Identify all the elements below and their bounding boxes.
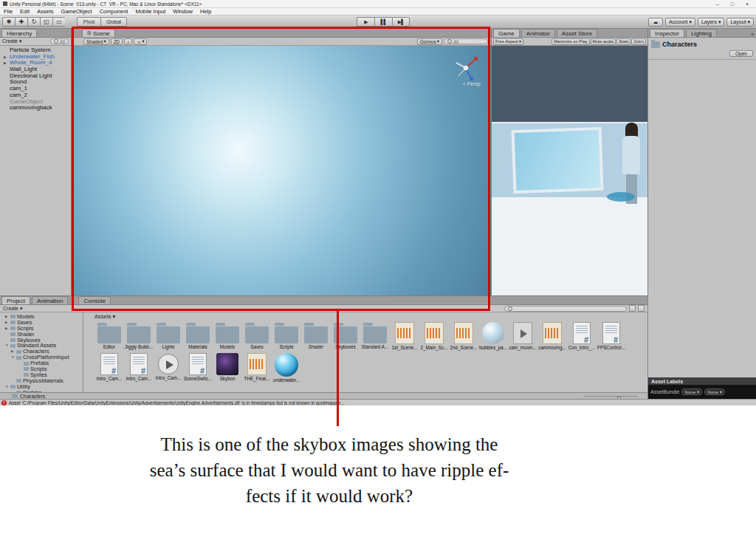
asset-item[interactable]: FPSControl... [597, 321, 626, 351]
expander-arrow-icon[interactable]: ▶ [4, 54, 8, 61]
game-toggle-button[interactable]: Gizm [631, 38, 646, 45]
expander-arrow-icon[interactable]: ▶ [11, 349, 15, 355]
game-toggle-button[interactable]: Maximize on Play [551, 38, 589, 45]
menu-item[interactable]: Mobile Input [131, 8, 169, 15]
rotate-tool-icon[interactable]: ↻ [27, 17, 40, 27]
asset-item[interactable]: Materials [183, 321, 213, 351]
menu-item[interactable]: Help [196, 8, 215, 15]
asset-item[interactable]: Skyboxes [331, 321, 360, 351]
tab-lighting[interactable]: Lighting [686, 29, 717, 37]
step-button[interactable]: ▶▌ [392, 17, 410, 27]
game-toggle-button[interactable]: Stats [616, 38, 630, 45]
asset-item[interactable]: 2_Main_Sc... [419, 321, 449, 351]
scene-orientation-gizmo[interactable] [451, 53, 481, 83]
search-by-type-icon[interactable] [638, 305, 645, 312]
thumbnail-zoom-slider[interactable] [584, 396, 637, 397]
menu-item[interactable]: GameObject [58, 8, 96, 15]
asset-item[interactable]: SceneSwitc... [183, 352, 213, 383]
hierarchy-item[interactable]: cammovingback [0, 105, 71, 112]
assetbundle-variant-dropdown[interactable]: None▾ [704, 388, 725, 395]
assets-root-header[interactable]: Assets ▾ [84, 312, 647, 320]
shading-mode-dropdown[interactable]: Shaded▾ [83, 38, 109, 45]
tree-item[interactable]: PhysicsMaterials [0, 378, 83, 384]
search-by-label-icon[interactable] [629, 305, 636, 312]
asset-item[interactable]: Intro_Cam... [154, 352, 183, 383]
tree-item[interactable]: ▶ Models [0, 314, 83, 320]
tab-project[interactable]: Project [1, 296, 30, 304]
layout-dropdown[interactable]: Layout ▾ [726, 18, 754, 27]
asset-item[interactable]: cam_movin... [508, 321, 537, 351]
tab-hierarchy[interactable]: Hierarchy [1, 29, 37, 37]
tab-asset-store[interactable]: Asset Store [557, 29, 597, 37]
asset-item[interactable]: THE_Final... [242, 352, 272, 383]
minimize-button[interactable]: – [716, 1, 719, 7]
layers-dropdown[interactable]: Layers ▾ [698, 18, 725, 27]
asset-item[interactable]: Lights [154, 321, 183, 351]
asset-item[interactable]: Saves [242, 321, 272, 351]
perspective-label[interactable]: < Persp [463, 81, 481, 86]
scene-audio-icon[interactable]: ♪ [124, 38, 132, 45]
hierarchy-search-input[interactable]: All [50, 38, 69, 44]
asset-item[interactable]: Models [213, 321, 242, 351]
expander-arrow-icon[interactable]: ▶ [5, 326, 9, 332]
asset-item[interactable]: Skybox [213, 352, 242, 383]
expander-arrow-icon[interactable]: ▼ [11, 355, 15, 360]
tab-game[interactable]: Game [493, 29, 520, 37]
panel-menu-icon[interactable]: ≡ [749, 32, 756, 37]
asset-item[interactable]: bubbles_pa... [478, 321, 508, 351]
assetbundle-dropdown[interactable]: None▾ [681, 388, 702, 395]
pause-button[interactable]: ▌▌ [374, 17, 392, 27]
tab-inspector[interactable]: Inspector [650, 29, 684, 37]
hand-tool-icon[interactable]: ✱ [2, 17, 15, 27]
asset-item[interactable]: Shader [301, 321, 331, 351]
rect-tool-icon[interactable]: ▭ [52, 17, 65, 27]
close-button[interactable]: × [746, 1, 749, 7]
cloud-icon[interactable]: ☁ [648, 18, 663, 27]
asset-item[interactable]: Editor [94, 321, 124, 351]
open-button[interactable]: Open [729, 50, 753, 57]
expander-arrow-icon[interactable]: ▶ [5, 314, 9, 320]
menu-item[interactable]: Assets [33, 8, 58, 15]
asset-item[interactable]: Intro_Cam... [94, 352, 124, 383]
status-bar[interactable]: ! Asset 'C:/Program Files/Unity/Editor/D… [0, 399, 756, 405]
scene-2d-toggle[interactable]: 2D [111, 38, 123, 45]
asset-item[interactable]: underwater... [272, 352, 301, 383]
asset-item[interactable]: Intro_Cam... [124, 352, 154, 383]
asset-item[interactable]: 2nd_Scene... [449, 321, 478, 351]
tab-animator[interactable]: Animator [521, 29, 555, 37]
expander-arrow-icon[interactable]: ▼ [5, 384, 9, 390]
asset-item[interactable]: 1st_Scene... [390, 321, 419, 351]
play-button[interactable]: ▶ [357, 17, 374, 27]
aspect-ratio-dropdown[interactable]: Free Aspect▾ [493, 38, 523, 45]
asset-item[interactable]: Standard A... [360, 321, 390, 351]
menu-item[interactable]: Window [169, 8, 196, 15]
asset-item[interactable]: Jiggly Bubb... [124, 321, 154, 351]
scene-effects-icon[interactable]: ☼▾ [134, 38, 147, 45]
expander-arrow-icon[interactable]: ▶ [4, 60, 8, 66]
scene-gizmos-dropdown[interactable]: Gizmos▾ [417, 38, 442, 45]
asset-item[interactable]: cammoving... [537, 321, 567, 351]
project-create-button[interactable]: Create ▾ [3, 306, 22, 312]
menu-item[interactable]: Component [96, 8, 132, 15]
tab-console[interactable]: Console [78, 296, 110, 304]
hierarchy-create-button[interactable]: Create ▾ [2, 38, 21, 44]
game-viewport[interactable] [492, 46, 647, 295]
tab-animation[interactable]: Animation [32, 296, 69, 304]
expander-arrow-icon[interactable]: ▼ [5, 343, 9, 349]
tree-item[interactable]: ▶ Scripts [0, 326, 83, 332]
project-search-input[interactable] [504, 306, 627, 312]
move-tool-icon[interactable]: ✚ [15, 17, 27, 27]
scene-search-input[interactable]: All [444, 38, 488, 44]
tree-item[interactable]: ▼ Utility [0, 384, 83, 390]
scale-tool-icon[interactable]: ◱ [40, 17, 52, 27]
maximize-button[interactable]: □ [731, 1, 734, 7]
account-dropdown[interactable]: Account ▾ [665, 18, 695, 27]
expander-arrow-icon[interactable]: ▶ [5, 320, 9, 326]
asset-item[interactable]: Scripts [272, 321, 301, 351]
menu-item[interactable]: File [0, 8, 16, 15]
pivot-toggle[interactable]: Pivot [77, 17, 100, 27]
tree-item[interactable]: ▶ Saves [0, 320, 83, 326]
scene-viewport[interactable]: < Persp [72, 46, 491, 295]
menu-item[interactable]: Edit [16, 8, 33, 15]
game-toggle-button[interactable]: Mute audio [591, 38, 616, 45]
